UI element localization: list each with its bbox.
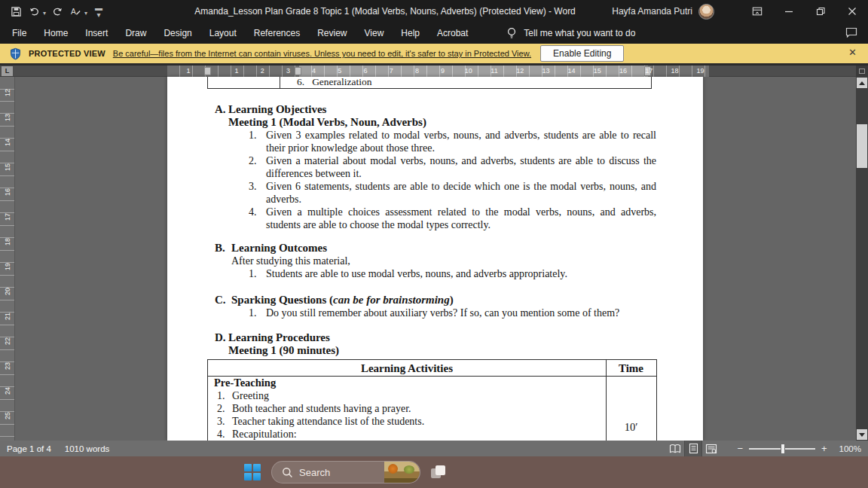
ruler-number: 7 <box>390 66 393 76</box>
titlebar-right: Hayfa Amanda Putri <box>612 0 868 23</box>
table-list-item: 3. Teacher taking attendance list of the… <box>208 415 656 428</box>
enable-editing-button[interactable]: Enable Editing <box>540 45 624 62</box>
tab-insert[interactable]: Insert <box>85 28 108 38</box>
status-left: Page 1 of 4 1010 words <box>0 444 109 453</box>
list-item: 1. Do you still remember about auxiliary… <box>167 307 703 319</box>
customize-qat-icon[interactable]: ▬▾ <box>95 5 102 18</box>
tab-home[interactable]: Home <box>44 28 68 38</box>
styles-pen-icon[interactable]: A <box>69 5 82 18</box>
ruler-number: 18 <box>4 234 11 249</box>
search-highlight-image[interactable] <box>384 462 420 483</box>
ruler-number: 17 <box>4 209 11 224</box>
ruler-number: 9 <box>441 66 445 76</box>
header-learning-activities: Learning Activities <box>208 360 606 377</box>
ruler-number: 18 <box>671 66 678 76</box>
vertical-scrollbar[interactable] <box>856 77 868 441</box>
tab-view[interactable]: View <box>365 28 384 38</box>
section-a-heading: A.Learning Objectives <box>215 103 703 116</box>
list-item: 1. Given 3 examples related to modal ver… <box>167 129 703 154</box>
protected-view-banner: PROTECTED VIEW Be careful—files from the… <box>0 44 868 63</box>
status-right: − + 100% <box>666 441 864 456</box>
tab-acrobat[interactable]: Acrobat <box>437 28 468 38</box>
banner-close-icon[interactable]: ✕ <box>848 47 857 58</box>
ribbon-tab-bar: File Home Insert Draw Design Layout Refe… <box>0 23 868 44</box>
comments-icon[interactable] <box>845 27 857 41</box>
ruler-number: 14 <box>568 66 576 76</box>
table-header-row: Learning Activities Time <box>208 360 656 377</box>
redo-icon[interactable] <box>50 5 64 18</box>
tab-references[interactable]: References <box>254 28 300 38</box>
tab-layout[interactable]: Layout <box>209 28 237 38</box>
list-item: 3. Given 6 statements, students are able… <box>167 180 703 206</box>
close-button[interactable] <box>841 0 863 23</box>
ruler-number: 15 <box>594 66 601 76</box>
print-layout-icon[interactable] <box>684 441 702 456</box>
ruler-number: 20 <box>4 284 11 299</box>
tab-selector[interactable]: L <box>2 66 13 76</box>
protected-view-label: PROTECTED VIEW <box>29 49 105 58</box>
start-button[interactable] <box>244 464 261 480</box>
zoom-percent[interactable]: 100% <box>839 444 861 453</box>
ruler-number: 24 <box>4 383 11 398</box>
zoom-in-button[interactable]: + <box>821 443 827 454</box>
list-item: 1. Students are able to use modal verbs,… <box>167 267 703 280</box>
document-canvas: 6.Generalization A.Learning Objectives M… <box>15 77 856 441</box>
vertical-ruler: 1213141516171819202122232425 <box>0 77 15 441</box>
ruler-number: 16 <box>619 66 627 76</box>
zoom-slider[interactable] <box>749 448 815 450</box>
indent-marker[interactable] <box>295 67 301 75</box>
title-bar: ▾ A ▾ ▬▾ Amanda_Lesson Plan Grade 8 Topi… <box>0 0 868 23</box>
ruler-number: 4 <box>312 66 316 76</box>
ruler-number: 8 <box>415 66 419 76</box>
ruler-number: 2 <box>261 66 264 76</box>
windows-taskbar: Search Canva W ENG <box>0 456 868 488</box>
ruler-number: 13 <box>4 110 11 125</box>
tab-review[interactable]: Review <box>317 28 347 38</box>
save-icon[interactable] <box>9 5 23 18</box>
protected-view-message[interactable]: Be careful—files from the Internet can c… <box>113 49 531 58</box>
tab-design[interactable]: Design <box>164 28 191 38</box>
tell-me-box[interactable]: Tell me what you want to do <box>506 27 635 39</box>
ruler-number: 23 <box>4 358 11 374</box>
ruler-number: 17 <box>645 66 653 76</box>
section-d-subtitle: Meeting 1 (90 minutes) <box>228 344 703 357</box>
tab-file[interactable]: File <box>12 28 26 38</box>
task-view-button[interactable] <box>431 465 446 480</box>
ruler-number: 12 <box>516 66 524 76</box>
word-count[interactable]: 1010 words <box>65 444 109 453</box>
section-b-intro: After studying this material, <box>231 255 703 267</box>
ruler-number: 13 <box>542 66 549 76</box>
minimize-button[interactable] <box>778 0 800 23</box>
account-avatar[interactable] <box>698 4 714 20</box>
scroll-down-button[interactable] <box>857 429 867 440</box>
document-page[interactable]: 6.Generalization A.Learning Objectives M… <box>167 77 703 441</box>
page-count[interactable]: Page 1 of 4 <box>7 444 51 453</box>
account-name[interactable]: Hayfa Amanda Putri <box>612 6 692 17</box>
web-layout-icon[interactable] <box>702 441 720 456</box>
scrollbar-thumb[interactable] <box>857 124 867 168</box>
undo-dropdown-icon[interactable]: ▾ <box>43 10 46 17</box>
taskbar-search[interactable]: Search <box>271 461 420 483</box>
table-divider <box>280 77 280 88</box>
tab-help[interactable]: Help <box>401 28 420 38</box>
ruler-number: 19 <box>4 259 11 274</box>
ruler-number: 22 <box>4 334 11 349</box>
ribbon-display-options-icon[interactable] <box>746 0 769 23</box>
ruler-number: 14 <box>4 135 11 150</box>
restore-button[interactable] <box>809 0 832 23</box>
tell-me-label: Tell me what you want to do <box>524 28 635 38</box>
quick-access-toolbar: ▾ A ▾ ▬▾ <box>9 0 102 23</box>
window-title: Amanda_Lesson Plan Grade 8 Topic 1 (Moda… <box>151 0 619 23</box>
ruler-number: 5 <box>338 66 341 76</box>
scroll-up-button[interactable] <box>857 78 867 88</box>
undo-icon[interactable] <box>27 5 41 18</box>
zoom-out-button[interactable]: − <box>737 443 743 454</box>
tab-draw[interactable]: Draw <box>125 28 146 38</box>
read-mode-icon[interactable] <box>666 441 684 456</box>
zoom-slider-handle[interactable] <box>781 444 785 454</box>
left-margin-marker[interactable] <box>204 67 211 75</box>
ruler-number: 10 <box>465 66 472 76</box>
pre-teaching-title: Pre-Teaching <box>214 377 656 389</box>
table-fragment-row: 6.Generalization <box>207 77 652 89</box>
styles-pen-dropdown-icon[interactable]: ▾ <box>84 10 87 17</box>
